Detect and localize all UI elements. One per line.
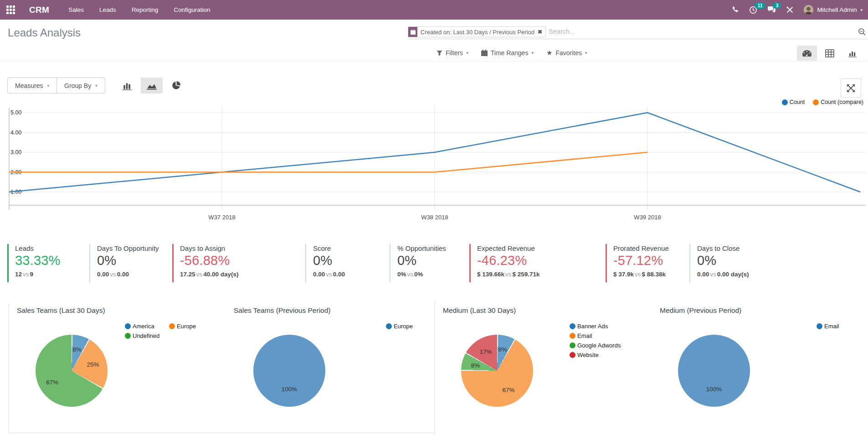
chevron-down-icon: ▾ — [95, 83, 98, 88]
menu-sales[interactable]: Sales — [67, 5, 85, 15]
line-chart-legend: CountCount (compare) — [782, 99, 863, 105]
user-menu[interactable]: Mitchell Admin ▾ — [804, 5, 863, 15]
kpi-card-score: Score 0% 0.00vs0.00 — [305, 244, 390, 282]
chevron-down-icon: ▾ — [466, 51, 468, 55]
divider — [434, 301, 435, 435]
pie-chart-type-button[interactable] — [165, 78, 187, 93]
control-panel: Leads Analysis Created on: Last 30 Days … — [0, 20, 868, 62]
pie-title: Medium (Last 30 Days) — [443, 306, 516, 315]
activities-clock-icon[interactable]: 11 — [749, 6, 757, 14]
menu-leads[interactable]: Leads — [98, 5, 117, 15]
slice-label: 8% — [72, 346, 82, 352]
pivot-view-button[interactable] — [820, 46, 840, 61]
leads-line-chart[interactable]: W37 2018W38 2018W39 20185.004.003.002.00… — [0, 96, 868, 228]
svg-text:W37 2018: W37 2018 — [208, 214, 235, 221]
measure-button-group: Measures ▾ Group By ▾ — [7, 78, 105, 93]
page-title: Leads Analysis — [8, 26, 81, 39]
svg-text:W39 2018: W39 2018 — [634, 214, 661, 221]
legend-item[interactable]: Europe — [169, 323, 196, 330]
pie-disc[interactable] — [36, 335, 108, 407]
legend-item[interactable]: Count — [782, 99, 805, 105]
kpi-card-days-to-close: Days to Close 0% 0.00vs0.00 day(s) — [689, 244, 863, 282]
chevron-down-icon: ▾ — [47, 83, 49, 88]
messages-count-badge: 3 — [773, 2, 781, 9]
bar-chart-type-button[interactable] — [116, 78, 138, 93]
slice-label: 8% — [471, 362, 480, 368]
kpi-card-days-to-opportunity: Days To Opportunity 0% 0.00vs0.00 — [89, 244, 172, 282]
legend-item[interactable]: Website — [570, 352, 621, 358]
pie-disc[interactable] — [678, 335, 750, 407]
measures-button[interactable]: Measures ▾ — [8, 78, 56, 93]
svg-text:4.00: 4.00 — [10, 129, 21, 136]
apps-menu-button[interactable] — [0, 0, 21, 20]
search-facet[interactable]: Created on: Last 30 Days / Previous Peri… — [408, 26, 546, 37]
slice-label: 67% — [46, 378, 58, 385]
search-icon[interactable] — [858, 28, 866, 38]
legend-item[interactable]: Google Adwords — [570, 342, 621, 349]
slice-label: 25% — [87, 361, 99, 368]
pie-legend: Europe — [386, 323, 413, 332]
chevron-down-icon: ▾ — [585, 51, 587, 55]
kpi-card-days-to-assign: Days to Assign -56.88% 17.25vs40.00 day(… — [172, 244, 305, 282]
messages-icon[interactable]: 3 — [767, 6, 776, 14]
expand-arrows-icon — [847, 84, 855, 93]
user-avatar — [804, 5, 813, 15]
pie-disc[interactable] — [253, 335, 325, 407]
table-icon — [825, 49, 834, 57]
main-menu: Sales Leads Reporting Configuration — [67, 5, 211, 15]
kpi-card-prorated-revenue: Prorated Revenue -57.12% $ 37.9kvs$ 88.3… — [606, 244, 689, 282]
filters-dropdown[interactable]: Filters ▾ — [437, 49, 468, 57]
facet-remove-icon[interactable]: ✖ — [538, 27, 545, 37]
svg-text:5.00: 5.00 — [10, 109, 21, 116]
group-by-button[interactable]: Group By ▾ — [56, 78, 105, 93]
pie-legend: Email — [817, 323, 839, 332]
bar-chart-icon — [122, 81, 132, 90]
slice-label: 100% — [282, 385, 298, 392]
chart-type-switcher — [116, 78, 187, 93]
pie-sales-teams-last-30-days[interactable]: Sales Teams (Last 30 Days) AmericaEurope… — [0, 301, 217, 435]
chevron-down-icon: ▾ — [531, 51, 534, 55]
legend-item[interactable]: Count (compare) — [813, 99, 863, 105]
chevron-down-icon: ▾ — [860, 8, 863, 12]
kpi-card-expected-revenue: Expected Revenue -46.23% $ 139.66kvs$ 25… — [469, 244, 606, 282]
favorites-dropdown[interactable]: ★ Favorites ▾ — [546, 49, 587, 57]
facet-label: Created on: Last 30 Days / Previous Peri… — [417, 27, 538, 37]
divider — [8, 305, 9, 431]
graph-toolbar: Measures ▾ Group By ▾ — [7, 78, 187, 93]
phone-icon[interactable] — [731, 6, 739, 14]
tools-icon[interactable] — [786, 6, 794, 14]
svg-text:W38 2018: W38 2018 — [421, 214, 448, 221]
graph-view-button[interactable] — [842, 46, 863, 61]
dashboard-view-button[interactable] — [797, 46, 817, 61]
legend-item[interactable]: Email — [817, 323, 839, 330]
top-navbar: CRM Sales Leads Reporting Configuration … — [0, 0, 868, 20]
line-chart-type-button[interactable] — [141, 78, 163, 93]
expand-button[interactable] — [841, 78, 861, 98]
menu-configuration[interactable]: Configuration — [173, 5, 211, 15]
pie-disc[interactable] — [461, 335, 533, 407]
legend-item[interactable]: Europe — [386, 323, 413, 330]
slice-label: 67% — [502, 387, 514, 394]
pie-legend: AmericaEuropeUndefined — [125, 323, 196, 342]
pie-medium-previous-period[interactable]: Medium (Previous Period) Email 100% — [652, 301, 868, 435]
search-input[interactable] — [546, 26, 868, 36]
pie-title: Sales Teams (Last 30 Days) — [17, 306, 105, 315]
time-ranges-dropdown[interactable]: Time Ranges ▾ — [481, 49, 534, 57]
crm-leads-analysis-screen: CRM Sales Leads Reporting Configuration … — [0, 0, 868, 435]
search-options-row: Filters ▾ Time Ranges ▾ ★ Favorites ▾ — [437, 49, 587, 57]
menu-reporting[interactable]: Reporting — [131, 5, 159, 15]
calendar-icon — [481, 50, 488, 56]
pie-medium-last-30-days[interactable]: Medium (Last 30 Days) Banner AdsEmailGoo… — [434, 301, 652, 435]
pie-sales-teams-previous-period[interactable]: Sales Teams (Previous Period) Europe 100… — [217, 301, 434, 435]
app-brand[interactable]: CRM — [29, 5, 49, 15]
legend-item[interactable]: Banner Ads — [570, 323, 621, 330]
divider — [8, 433, 434, 433]
legend-item[interactable]: Email — [570, 332, 621, 339]
kpi-card-leads: Leads 33.33% 12vs9 — [7, 244, 89, 282]
bar-chart-icon — [848, 49, 857, 57]
pie-chart-icon — [171, 81, 181, 90]
legend-item[interactable]: America — [125, 323, 169, 330]
svg-text:3.00: 3.00 — [10, 149, 21, 155]
area-chart-icon — [146, 81, 157, 90]
legend-item[interactable]: Undefined — [125, 332, 169, 339]
